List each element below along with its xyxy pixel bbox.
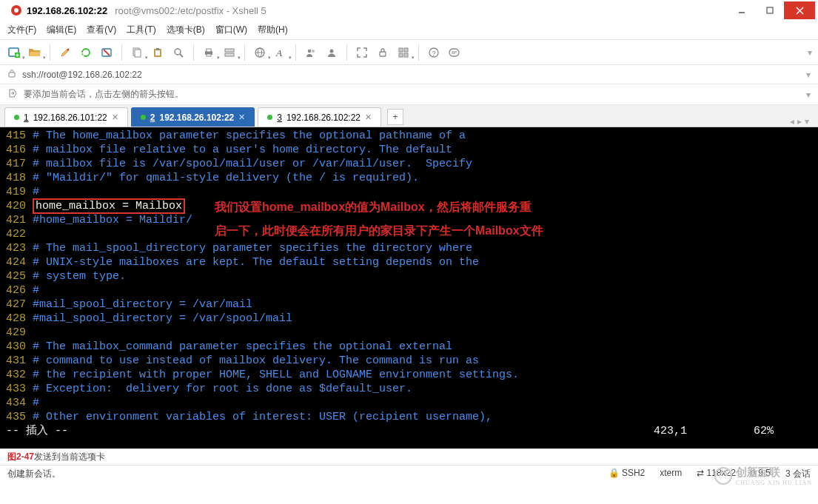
user-icon[interactable]: [323, 44, 340, 61]
title-bar: 192.168.26.102:22 root@vms002:/etc/postf…: [0, 0, 818, 21]
hint-text: 要添加当前会话，点击左侧的箭头按钮。: [24, 88, 184, 101]
toolbar-divider: [193, 44, 194, 61]
help-icon[interactable]: ?: [426, 44, 442, 61]
watermark: 创新互联 CHUANG XIN HU LIAN: [714, 466, 812, 486]
annotation-line-2: 启一下，此时便会在所有用户的家目录下产生一个Mailbox文件: [215, 221, 543, 241]
reconnect-icon[interactable]: [78, 44, 94, 61]
maximize-button[interactable]: [756, 1, 784, 19]
disconnect-icon[interactable]: [98, 44, 115, 61]
lock-icon[interactable]: [375, 44, 391, 61]
layout-icon[interactable]: [395, 44, 412, 61]
tab-close-icon[interactable]: ✕: [112, 112, 118, 122]
add-tab-button[interactable]: +: [387, 109, 403, 125]
svg-rect-39: [449, 49, 459, 56]
svg-point-31: [330, 49, 334, 53]
terminal-line: 434#: [6, 396, 818, 410]
terminal-line: 415# The home_mailbox parameter specifie…: [6, 129, 818, 143]
menu-tabs[interactable]: 选项卡(B): [167, 24, 205, 36]
vim-percent: 62%: [754, 425, 774, 437]
svg-text:A: A: [275, 47, 282, 58]
menu-view[interactable]: 查看(V): [87, 24, 116, 36]
svg-rect-22: [207, 54, 211, 56]
tab-close-icon[interactable]: ✕: [365, 112, 372, 122]
toolbar-overflow[interactable]: ▾: [808, 47, 812, 58]
tab-nav: ◂ ▸ ▾: [790, 116, 814, 127]
tab-list-icon[interactable]: ▾: [805, 116, 809, 127]
close-button[interactable]: [784, 1, 815, 19]
toolbar-divider: [50, 44, 50, 61]
tab-prev-icon[interactable]: ◂: [790, 116, 794, 127]
watermark-en: CHUANG XIN HU LIAN: [736, 480, 812, 486]
terminal-line: 426#: [6, 283, 818, 298]
window-buttons: [728, 1, 815, 19]
svg-line-12: [104, 50, 110, 56]
users-icon[interactable]: [303, 44, 319, 61]
terminal-line: 433# Exception: delivery for root is don…: [6, 382, 818, 396]
annotation-line-1: 我们设置home_mailbox的值为Mailbox，然后将邮件服务重: [215, 197, 532, 218]
terminal[interactable]: 415# The home_mailbox parameter specifie…: [0, 127, 818, 448]
status-dot-icon: [14, 115, 19, 120]
hint-bar: 要添加当前会话，点击左侧的箭头按钮。 ▾: [0, 84, 818, 105]
window-title-sub: root@vms002:/etc/postfix - Xshell 5: [115, 5, 266, 16]
toolbar-divider: [418, 44, 419, 61]
tab-next-icon[interactable]: ▸: [797, 116, 802, 127]
copy-icon[interactable]: [129, 44, 145, 61]
bookmark-arrow-icon[interactable]: [7, 88, 18, 101]
svg-rect-17: [156, 48, 159, 50]
terminal-line: 418# "Maildir/" for qmail-style delivery…: [6, 171, 818, 185]
hint-overflow[interactable]: ▾: [806, 90, 811, 100]
tab-1[interactable]: 1 192.168.26.101:22 ✕: [4, 107, 128, 127]
menu-tools[interactable]: 工具(T): [127, 24, 155, 36]
tab-label: 192.168.26.102:22: [159, 112, 234, 123]
paste-icon[interactable]: [150, 44, 166, 61]
menu-window[interactable]: 窗口(W): [215, 24, 247, 36]
terminal-line: 423# The mail_spool_directory parameter …: [6, 241, 818, 255]
vim-status-line: -- 插入 -- 423,1 62%: [6, 424, 818, 438]
input-hint-text: 发送到当前选项卡: [34, 451, 105, 463]
font-icon[interactable]: A: [272, 44, 289, 61]
menu-help[interactable]: 帮助(H): [258, 24, 288, 36]
terminal-line: 431# command to use instead of mailbox d…: [6, 354, 818, 368]
compose-icon[interactable]: [446, 44, 463, 61]
menu-bar: 文件(F) 编辑(E) 查看(V) 工具(T) 选项卡(B) 窗口(W) 帮助(…: [0, 21, 818, 40]
svg-rect-33: [399, 48, 403, 52]
properties-icon[interactable]: [221, 44, 238, 61]
terminal-line: 435# Other environment variables of inte…: [6, 410, 818, 424]
menu-edit[interactable]: 编辑(E): [47, 24, 76, 36]
terminal-line: 430# The mailbox_command parameter speci…: [6, 340, 818, 354]
tab-label: 192.168.26.102:22: [286, 112, 361, 123]
fullscreen-icon[interactable]: [354, 44, 370, 61]
address-bar: ssh://root@192.168.26.102:22 ▾: [0, 65, 818, 84]
terminal-line: 427#mail_spool_directory = /var/mail: [6, 298, 818, 312]
vim-mode: -- 插入 --: [6, 424, 68, 438]
status-dot-icon: [141, 115, 146, 120]
terminal-line: 425# system type.: [6, 269, 818, 283]
new-session-icon[interactable]: [6, 44, 22, 61]
svg-rect-42: [9, 73, 15, 77]
terminal-line: 417# mailbox file is /var/spool/mail/use…: [6, 157, 818, 171]
svg-text:?: ?: [432, 50, 436, 57]
svg-point-30: [312, 50, 315, 53]
svg-line-19: [180, 54, 183, 57]
status-dot-icon: [267, 115, 272, 120]
tab-2[interactable]: 2 192.168.26.102:22 ✕: [131, 107, 255, 127]
tab-number: 3: [277, 112, 282, 123]
menu-file[interactable]: 文件(F): [7, 24, 36, 36]
address-url[interactable]: ssh://root@192.168.26.102:22: [22, 70, 800, 80]
svg-rect-23: [225, 49, 234, 52]
minimize-button[interactable]: [728, 1, 756, 19]
highlight-icon[interactable]: [57, 44, 73, 61]
print-icon[interactable]: [201, 44, 217, 61]
address-overflow[interactable]: ▾: [806, 70, 811, 80]
find-icon[interactable]: [170, 44, 187, 61]
encoding-icon[interactable]: [252, 44, 268, 61]
svg-point-29: [308, 49, 312, 53]
svg-rect-21: [207, 49, 211, 52]
terminal-line: 428#mail_spool_directory = /var/spool/ma…: [6, 312, 818, 326]
svg-rect-14: [135, 50, 141, 57]
svg-point-18: [175, 49, 181, 55]
open-icon[interactable]: [27, 44, 43, 61]
tab-3[interactable]: 3 192.168.26.102:22 ✕: [258, 107, 381, 127]
tab-close-icon[interactable]: ✕: [238, 112, 245, 122]
terminal-line: 424# UNIX-style mailboxes are kept. The …: [6, 255, 818, 269]
